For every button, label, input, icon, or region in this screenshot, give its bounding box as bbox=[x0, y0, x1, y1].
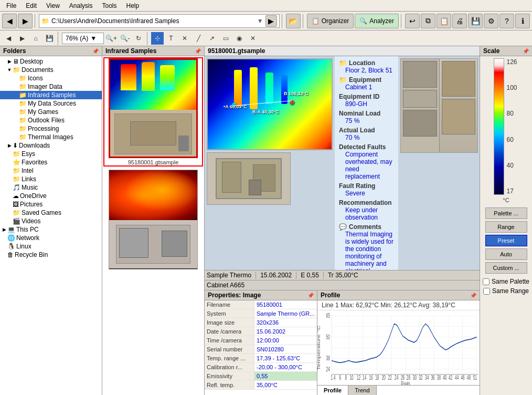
line-tool[interactable]: ╱ bbox=[192, 32, 205, 45]
infrared-icon: 📁 bbox=[19, 91, 27, 99]
cross-tool[interactable]: ✕ bbox=[178, 32, 191, 45]
undo-button[interactable]: ↩ bbox=[405, 14, 420, 28]
go-button[interactable]: ▶ bbox=[265, 15, 277, 27]
range-button[interactable]: Range bbox=[485, 221, 527, 233]
tree-item-my-games[interactable]: 📁 My Games bbox=[0, 108, 102, 116]
tree-item-imager-data[interactable]: 📁 Imager Data bbox=[0, 82, 102, 91]
saved-games-icon: 📁 bbox=[13, 209, 20, 216]
tree-item-icons[interactable]: 📁 Icons bbox=[0, 74, 102, 82]
custom-button[interactable]: Custom ... bbox=[485, 262, 527, 274]
print-button[interactable]: 🖨 bbox=[452, 14, 467, 28]
toggle-desktop[interactable]: ▶ bbox=[6, 59, 13, 64]
paste-button[interactable]: 📋 bbox=[437, 14, 451, 28]
menu-view[interactable]: View bbox=[42, 1, 64, 11]
network-icon: 🌐 bbox=[7, 234, 15, 242]
export-button[interactable]: 💾 bbox=[468, 14, 483, 28]
tree-item-onedrive[interactable]: ☁ OneDrive bbox=[0, 192, 102, 200]
tree-item-desktop[interactable]: ▶ 🖥 Desktop bbox=[0, 57, 102, 66]
menu-edit[interactable]: Edit bbox=[22, 1, 41, 11]
profile-pin[interactable]: 📌 bbox=[470, 293, 476, 298]
info-location-value: Floor 2, Block 51 bbox=[339, 67, 394, 74]
new-folder-button[interactable]: 📂 bbox=[286, 14, 301, 28]
prev-button[interactable]: ◀ bbox=[2, 32, 15, 45]
tree-item-thispc[interactable]: ▶ 💻 This PC bbox=[0, 225, 102, 234]
same-range-checkbox[interactable] bbox=[483, 288, 490, 295]
save-btn2[interactable]: 💾 bbox=[43, 32, 56, 45]
tree-item-favorites[interactable]: ⭐ Favorites bbox=[0, 158, 102, 167]
tree-item-videos[interactable]: 🎬 Videos bbox=[0, 217, 102, 225]
tree-item-data-sources[interactable]: 📁 My Data Sources bbox=[0, 99, 102, 108]
folders-title: Folders bbox=[3, 47, 26, 55]
menu-analysis[interactable]: Analysis bbox=[65, 1, 97, 11]
info-nominal-title: Nominal Load bbox=[339, 110, 394, 117]
tree-item-documents[interactable]: ▼ 📁 Documents bbox=[0, 66, 102, 74]
organizer-button[interactable]: 📋 Organizer bbox=[307, 14, 354, 28]
table-row: SystemSample Thermo (GR... bbox=[205, 309, 317, 318]
table-row: Date /camera15.06.2002 bbox=[205, 327, 317, 336]
home-button[interactable]: ⌂ bbox=[29, 32, 42, 45]
rotate-button[interactable]: ↻ bbox=[132, 32, 145, 45]
tree-item-processing[interactable]: 📁 Processing bbox=[0, 124, 102, 133]
forward-button[interactable]: ▶ bbox=[18, 14, 33, 28]
help-button[interactable]: ? bbox=[499, 14, 514, 28]
music-icon: 🎵 bbox=[13, 184, 20, 191]
profile-stats-text: Line 1 Max: 62,92°C Min: 26,12°C Avg: 38… bbox=[322, 302, 455, 309]
preset-button[interactable]: Preset bbox=[485, 235, 527, 246]
palette-button[interactable]: Palette ... bbox=[485, 207, 527, 219]
tree-item-saved-games[interactable]: 📁 Saved Games bbox=[0, 209, 102, 217]
menu-tools[interactable]: Tools bbox=[98, 1, 121, 11]
menu-help[interactable]: Help bbox=[122, 1, 144, 11]
tree-item-pictures[interactable]: 🖼 Pictures bbox=[0, 200, 102, 209]
rect-tool[interactable]: ▭ bbox=[219, 32, 232, 45]
analyzer-button[interactable]: 🔍 Analyzer bbox=[355, 14, 399, 28]
delete-tool[interactable]: ✕ bbox=[247, 32, 259, 45]
auto-button[interactable]: Auto bbox=[485, 248, 527, 260]
tree-item-network[interactable]: 🌐 Network bbox=[0, 234, 102, 242]
settings-button[interactable]: ⚙ bbox=[484, 14, 498, 28]
tree-item-linux[interactable]: 🐧 Linux bbox=[0, 242, 102, 251]
tree-item-thermal-images[interactable]: 📁 Thermal Images bbox=[0, 133, 102, 141]
tree-item-downloads[interactable]: ▶ ⬇ Downloads bbox=[0, 141, 102, 150]
cursor-tool[interactable]: ⊹ bbox=[151, 32, 164, 45]
spot-tool[interactable]: ◉ bbox=[233, 32, 246, 45]
back-button[interactable]: ◀ bbox=[2, 14, 17, 28]
tree-item-intel[interactable]: 📁 Intel bbox=[0, 167, 102, 175]
thumbs-header: Infrared Samples 📌 bbox=[102, 46, 204, 56]
pin-button[interactable]: 📌 bbox=[92, 48, 99, 54]
zoom-dropdown[interactable]: ▼ bbox=[90, 35, 97, 42]
tree-item-esys[interactable]: 📁 Esys bbox=[0, 150, 102, 158]
copy-button[interactable]: ⧉ bbox=[421, 14, 435, 28]
zoom-out-button[interactable]: 🔍- bbox=[119, 32, 131, 45]
tree-item-outlook[interactable]: 📁 Outlook Files bbox=[0, 116, 102, 124]
toggle-documents[interactable]: ▼ bbox=[6, 67, 13, 72]
thumbnails-panel: Infrared Samples 📌 bbox=[102, 46, 205, 395]
next-button[interactable]: ▶ bbox=[16, 32, 28, 45]
tree-item-infrared[interactable]: 📁 Infrared Samples bbox=[0, 91, 102, 99]
tree-item-recycle[interactable]: 🗑 Recycle Bin bbox=[0, 251, 102, 259]
info-equipment-id: Equipment ID 890-GH bbox=[339, 93, 394, 108]
text-tool[interactable]: T bbox=[165, 32, 177, 45]
sep2-1 bbox=[58, 32, 60, 45]
toggle-downloads[interactable]: ▶ bbox=[6, 143, 13, 148]
info-button[interactable]: ℹ bbox=[515, 14, 530, 28]
scale-pin[interactable]: 📌 bbox=[523, 48, 529, 54]
same-palette-checkbox[interactable] bbox=[483, 278, 490, 285]
thumb-item-1[interactable]: 95180001.gtsample bbox=[104, 58, 202, 165]
thumb-item-2[interactable] bbox=[104, 170, 202, 269]
tab-profile[interactable]: Profile bbox=[317, 386, 348, 395]
props-pin[interactable]: 📌 bbox=[307, 293, 314, 298]
address-input[interactable] bbox=[51, 17, 255, 25]
same-palette-label: Same Palette bbox=[483, 278, 529, 285]
tab-trend[interactable]: Trend bbox=[348, 386, 376, 395]
cabinet-photo-area bbox=[398, 56, 480, 270]
arrow-tool[interactable]: ↗ bbox=[206, 32, 218, 45]
toggle-thispc[interactable]: ▶ bbox=[1, 227, 7, 232]
thermal-image: ⊕ •A 66,03°C ⊕ B 106,33°C B-A 40,30°C bbox=[207, 58, 333, 150]
menu-file[interactable]: File bbox=[2, 1, 20, 11]
tree-item-music[interactable]: 🎵 Music bbox=[0, 183, 102, 192]
profile-chart: 65 50 38 24 Temperature °C 1 4 6 bbox=[317, 310, 480, 385]
thumbs-pin[interactable]: 📌 bbox=[195, 48, 201, 54]
dropdown-arrow[interactable]: ▼ bbox=[257, 17, 263, 25]
tree-item-links[interactable]: 📁 Links bbox=[0, 175, 102, 183]
zoom-in-button[interactable]: 🔍+ bbox=[105, 32, 118, 45]
